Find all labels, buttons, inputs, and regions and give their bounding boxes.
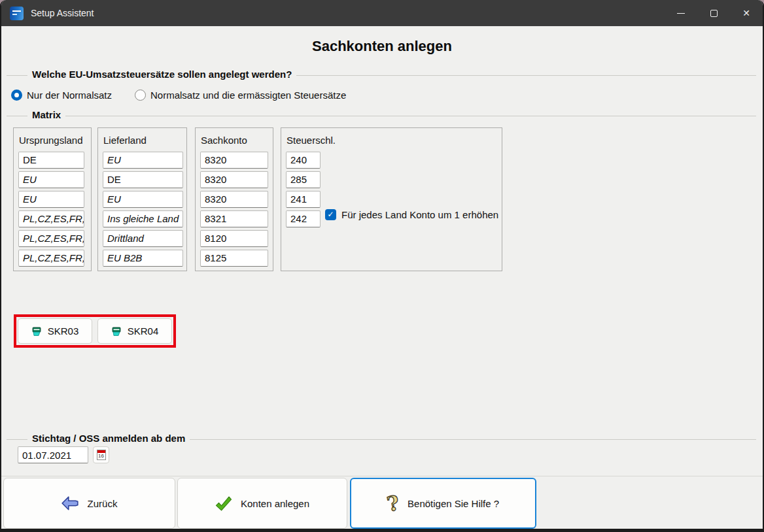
matrix-field[interactable]: Ins gleiche Land <box>103 210 183 227</box>
matrix-field[interactable]: PL,CZ,ES,FR,IT <box>18 210 84 227</box>
titlebar: Setup Assistent ✕ <box>1 0 763 26</box>
matrix-field[interactable]: PL,CZ,ES,FR,IT <box>18 230 84 247</box>
skr03-label: SKR03 <box>48 325 79 337</box>
help-button[interactable]: ? Benötigen Sie Hilfe ? <box>350 478 536 529</box>
question-mark-icon: ? <box>385 492 401 514</box>
group-tax-rates: Welche EU-Umsatzsteuersätze sollen angel… <box>7 75 756 76</box>
matrix-field[interactable]: DE <box>18 152 84 169</box>
matrix-field[interactable]: 8321 <box>200 210 268 227</box>
matrix-field[interactable]: 8320 <box>200 171 268 188</box>
group-tax-rates-label: Welche EU-Umsatzsteuersätze sollen angel… <box>27 69 296 80</box>
group-stichtag: Stichtag / OSS anmelden ab dem <box>7 439 756 440</box>
matrix-field[interactable]: 8125 <box>200 250 268 267</box>
matrix-field[interactable]: 242 <box>286 210 321 227</box>
maximize-icon <box>710 10 718 17</box>
matrix-field[interactable]: 8120 <box>200 230 268 247</box>
matrix-field[interactable]: 8320 <box>200 191 268 208</box>
matrix-field[interactable]: EU <box>18 171 84 188</box>
ledger-book-icon <box>111 326 122 337</box>
window-title: Setup Assistent <box>31 8 94 18</box>
column-header: Sachkonto <box>201 135 268 146</box>
ledger-book-icon <box>31 326 42 337</box>
skr03-button[interactable]: SKR03 <box>18 318 92 344</box>
app-icon <box>10 7 24 20</box>
group-matrix: Matrix <box>7 116 756 116</box>
panel-sachkonto: Sachkonto 8320 8320 8320 8321 8120 8125 <box>195 127 273 271</box>
radio-normalsatz-und-ermaessigte[interactable]: Normalsatz und die ermässigten Steuersät… <box>135 90 346 101</box>
panel-ursprungsland: Ursprungsland DE EU EU PL,CZ,ES,FR,IT PL… <box>13 127 92 271</box>
create-accounts-label: Konten anlegen <box>241 498 309 509</box>
matrix-field[interactable]: 285 <box>286 171 321 188</box>
matrix-field[interactable]: EU <box>103 152 183 169</box>
back-arrow-icon <box>61 496 79 510</box>
minimize-icon <box>677 13 685 14</box>
calendar-icon: 16 <box>97 450 106 460</box>
panel-steuerschluessel: Steuerschl. 240 285 241 242 <box>281 127 502 271</box>
panel-lieferland: Lieferland EU DE EU Ins gleiche Land Dri… <box>97 127 187 271</box>
group-matrix-label: Matrix <box>27 109 65 120</box>
radio-label: Normalsatz und die ermässigten Steuersät… <box>150 90 346 101</box>
matrix-field[interactable]: 240 <box>286 152 321 169</box>
group-stichtag-label: Stichtag / OSS anmelden ab dem <box>27 433 190 444</box>
radio-unselected-icon <box>135 90 146 101</box>
skr04-button[interactable]: SKR04 <box>97 318 172 344</box>
column-header: Ursprungsland <box>19 135 86 146</box>
matrix-field[interactable]: EU <box>18 191 84 208</box>
checkbox-konto-um-1-erhoehen[interactable]: ✓ Für jedes Land Konto um 1 erhöhen <box>325 209 498 220</box>
matrix-field[interactable]: Drittland <box>103 230 183 247</box>
checkbox-checked-icon: ✓ <box>325 209 336 220</box>
minimize-button[interactable] <box>665 0 697 26</box>
checkbox-label: Für jedes Land Konto um 1 erhöhen <box>341 209 498 220</box>
column-header: Lieferland <box>103 135 182 146</box>
matrix-field[interactable]: PL,CZ,ES,FR,IT <box>18 250 84 267</box>
radio-label: Nur der Normalsatz <box>27 90 112 101</box>
back-button[interactable]: Zurück <box>3 478 175 529</box>
footer-divider <box>1 476 763 476</box>
back-button-label: Zurück <box>88 498 118 509</box>
matrix-field[interactable]: 241 <box>286 191 321 208</box>
setup-assistant-window: Setup Assistent ✕ Sachkonten anlegen Wel… <box>0 0 764 532</box>
matrix-field[interactable]: EU <box>103 191 183 208</box>
column-header: Steuerschl. <box>286 135 497 146</box>
skr04-label: SKR04 <box>128 325 159 337</box>
close-button[interactable]: ✕ <box>730 0 763 26</box>
matrix-field[interactable]: EU B2B <box>103 250 183 267</box>
create-accounts-button[interactable]: Konten anlegen <box>177 478 347 529</box>
radio-nur-der-normalsatz[interactable]: Nur der Normalsatz <box>11 90 112 101</box>
window-controls: ✕ <box>665 0 763 26</box>
date-input[interactable] <box>18 446 88 463</box>
matrix-field[interactable]: 8320 <box>200 152 268 169</box>
green-check-icon <box>215 496 232 511</box>
radio-selected-icon <box>11 90 22 101</box>
page-title: Sachkonten anlegen <box>1 38 763 55</box>
help-button-label: Benötigen Sie Hilfe ? <box>408 498 499 509</box>
maximize-button[interactable] <box>697 0 730 26</box>
calendar-picker-button[interactable]: 16 <box>93 446 109 463</box>
matrix-field[interactable]: DE <box>103 171 183 188</box>
